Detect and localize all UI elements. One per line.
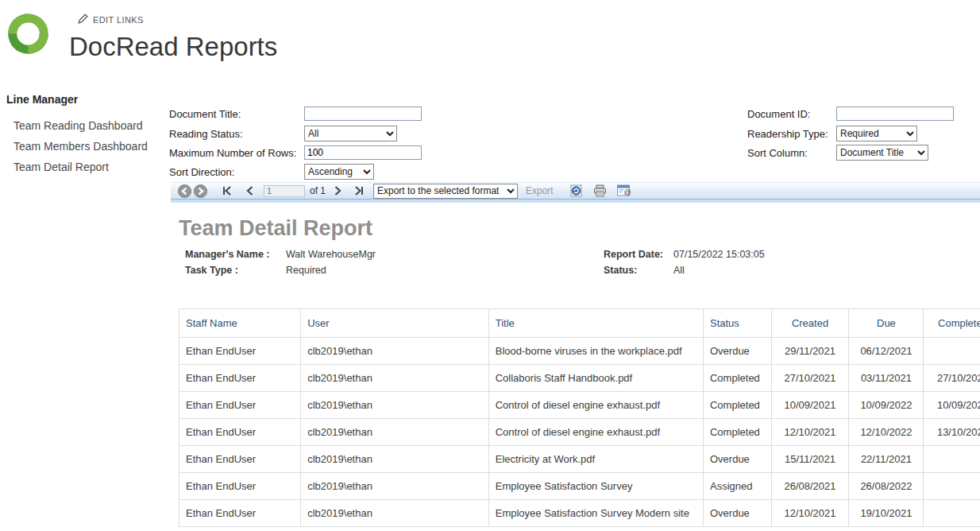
cell-staff-name: Ethan EndUser: [179, 500, 301, 527]
cell-staff-name: Ethan EndUser: [179, 392, 301, 419]
cell-title: Blood-borne viruses in the workplace.pdf: [488, 338, 703, 365]
cell-user: clb2019\ethan: [301, 500, 488, 527]
document-title-input[interactable]: [304, 107, 422, 121]
manager-name-value: Walt WarehouseMgr: [286, 249, 376, 260]
readership-type-select[interactable]: Required: [836, 126, 917, 141]
cell-created: 12/10/2021: [771, 419, 849, 446]
report-date-value: 07/15/2022 15:03:05: [673, 249, 765, 260]
export-button[interactable]: Export: [526, 185, 554, 196]
refresh-icon[interactable]: [569, 184, 584, 198]
cell-status: Completed: [703, 419, 771, 446]
cell-staff-name: Ethan EndUser: [179, 446, 301, 473]
table-row: Ethan EndUserclb2019\ethanCollaboris Sta…: [179, 365, 980, 392]
cell-due: 26/08/2022: [849, 473, 924, 500]
cell-user: clb2019\ethan: [301, 446, 488, 473]
status-value: All: [673, 265, 685, 276]
report-table-body: Ethan EndUserclb2019\ethanBlood-borne vi…: [179, 338, 980, 527]
sort-column-select[interactable]: Document Title: [836, 145, 928, 161]
document-title-label: Document Title:: [169, 108, 304, 120]
cell-due: 12/10/2022: [849, 419, 924, 446]
report-viewer-toolbar: of 1 Export to the selected format Expor…: [171, 182, 980, 203]
edit-links-button[interactable]: EDIT LINKS: [78, 14, 144, 25]
reading-status-label: Reading Status:: [169, 128, 304, 140]
cell-due: 22/11/2021: [849, 446, 924, 473]
report-table: Staff NameUserTitleStatusCreatedDueCompl…: [179, 308, 980, 528]
column-header-user: User: [301, 309, 488, 338]
print-icon[interactable]: [593, 184, 607, 197]
table-row: Ethan EndUserclb2019\ethanBlood-borne vi…: [179, 338, 980, 365]
next-page-icon[interactable]: [330, 184, 346, 198]
reading-status-select[interactable]: All: [304, 126, 397, 141]
cell-staff-name: Ethan EndUser: [179, 419, 301, 446]
cell-created: 27/10/2021: [771, 365, 849, 392]
cell-title: Employee Satisfaction Survey Modern site: [488, 500, 703, 527]
page-total-label: of 1: [310, 185, 326, 196]
cell-user: clb2019\ethan: [301, 473, 488, 500]
column-header-created: Created: [771, 309, 849, 338]
back-icon[interactable]: [176, 184, 192, 198]
cell-status: Overdue: [703, 338, 771, 365]
sidebar-item-team-detail-report[interactable]: Team Detail Report: [6, 157, 165, 177]
cell-title: Employee Satisfaction Survey: [488, 473, 703, 500]
cell-completed: [924, 473, 980, 500]
cell-status: Completed: [703, 365, 771, 392]
table-row: Ethan EndUserclb2019\ethanElectricity at…: [179, 446, 980, 473]
readership-type-label: Readership Type:: [747, 128, 836, 140]
column-header-status: Status: [703, 309, 771, 338]
cell-completed: [924, 338, 980, 365]
cell-user: clb2019\ethan: [301, 365, 488, 392]
cell-status: Overdue: [703, 500, 771, 527]
forward-icon[interactable]: [192, 184, 208, 198]
task-type-value: Required: [286, 265, 326, 276]
cell-completed: [924, 446, 980, 473]
column-header-completed: Completed: [924, 309, 980, 338]
cell-completed: 10/09/2021: [924, 392, 980, 419]
cell-due: 19/10/2021: [849, 500, 924, 527]
document-id-input[interactable]: [836, 107, 954, 121]
column-header-title: Title: [488, 309, 703, 338]
cell-title: Electricity at Work.pdf: [488, 446, 703, 473]
cell-completed: 13/10/2021: [924, 419, 980, 446]
export-format-select[interactable]: Export to the selected format: [373, 184, 518, 199]
cell-user: clb2019\ethan: [301, 419, 488, 446]
sidebar-heading: Line Manager: [6, 93, 165, 106]
cell-title: Collaboris Staff Handbook.pdf: [488, 365, 703, 392]
cell-due: 03/11/2021: [849, 365, 924, 392]
first-page-icon[interactable]: [219, 184, 235, 198]
cell-status: Completed: [703, 392, 771, 419]
table-header-row: Staff NameUserTitleStatusCreatedDueCompl…: [179, 309, 980, 338]
sidebar-item-team-reading-dashboard[interactable]: Team Reading Dashboard: [6, 115, 165, 136]
cell-completed: [924, 500, 980, 527]
table-row: Ethan EndUserclb2019\ethanEmployee Satis…: [179, 473, 980, 500]
status-label: Status:: [604, 265, 637, 276]
export-data-feed-icon[interactable]: @: [616, 184, 631, 197]
sidebar-nav: Line Manager Team Reading Dashboard Team…: [6, 93, 165, 177]
sort-direction-select[interactable]: Ascending: [304, 164, 374, 180]
cell-created: 26/08/2021: [771, 473, 849, 500]
manager-name-label: Manager's Name :: [185, 249, 269, 260]
max-rows-label: Maximum Number of Rows:: [169, 147, 304, 159]
svg-text:@: @: [623, 188, 631, 196]
report-date-label: Report Date:: [604, 249, 663, 260]
cell-user: clb2019\ethan: [301, 392, 488, 419]
page-title: DocRead Reports: [69, 32, 277, 62]
cell-created: 15/11/2021: [771, 446, 849, 473]
column-header-due: Due: [849, 309, 924, 338]
sidebar-item-team-members-dashboard[interactable]: Team Members Dashboard: [6, 136, 165, 157]
cell-due: 10/09/2022: [849, 392, 924, 419]
max-rows-input[interactable]: [304, 145, 422, 160]
cell-status: Overdue: [703, 446, 771, 473]
cell-created: 29/11/2021: [771, 338, 849, 365]
previous-page-icon[interactable]: [241, 184, 257, 198]
table-row: Ethan EndUserclb2019\ethanEmployee Satis…: [179, 500, 980, 527]
cell-completed: 27/10/2021: [924, 365, 980, 392]
cell-staff-name: Ethan EndUser: [179, 338, 301, 365]
last-page-icon[interactable]: [351, 184, 367, 198]
docread-logo-icon: [6, 12, 50, 56]
page-number-input[interactable]: [264, 185, 305, 197]
cell-staff-name: Ethan EndUser: [179, 473, 301, 500]
cell-due: 06/12/2021: [849, 338, 924, 365]
pencil-icon: [78, 14, 88, 25]
cell-created: 10/09/2021: [771, 392, 849, 419]
table-row: Ethan EndUserclb2019\ethanControl of die…: [179, 392, 980, 419]
